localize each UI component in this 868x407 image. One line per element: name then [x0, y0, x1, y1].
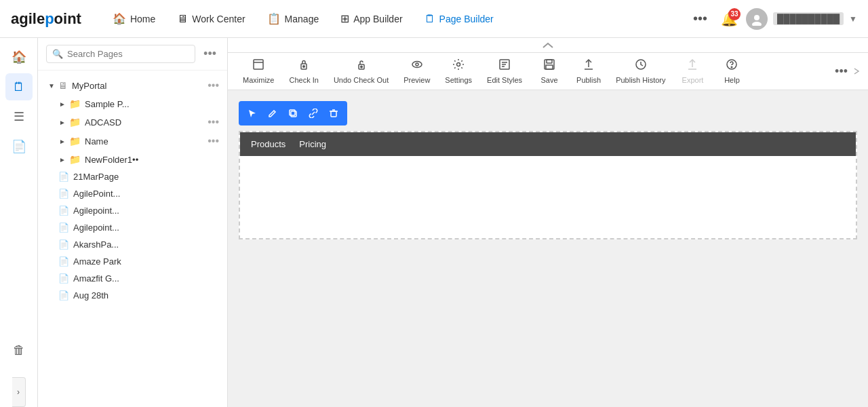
search-input[interactable] — [67, 49, 189, 59]
save-button[interactable]: Save — [530, 56, 568, 87]
folder-toggle-icon-1: ► — [57, 119, 68, 126]
folder-icon-3: 📁 — [69, 154, 81, 165]
folder-label-1: ADCASD — [85, 117, 205, 128]
svg-rect-25 — [331, 111, 336, 117]
svg-point-9 — [416, 63, 418, 66]
workcenter-nav-icon: 🖥 — [177, 13, 188, 25]
root-folder-icon: 🖥 — [58, 80, 68, 91]
svg-rect-2 — [254, 60, 263, 69]
svg-point-7 — [360, 66, 361, 67]
mini-link-button[interactable] — [304, 104, 323, 123]
sidebar-collapse-button[interactable]: › — [12, 377, 26, 407]
folder-toggle-icon-0: ► — [57, 100, 68, 108]
tree-page-4[interactable]: 📄 AkarshPa... — [38, 236, 227, 253]
tree-page-1[interactable]: 📄 AgilePoint... — [38, 185, 227, 202]
page-label-5: Amaze Park — [73, 256, 219, 267]
notification-button[interactable]: 🔔 33 — [721, 11, 738, 27]
tree-folder-name[interactable]: ► 📁 Name ••• — [38, 132, 227, 151]
nav-home-label: Home — [130, 14, 155, 24]
svg-point-22 — [732, 66, 733, 68]
help-icon — [726, 58, 738, 74]
nav-manage-label: Manage — [285, 14, 319, 24]
tree-page-3[interactable]: 📄 Agilepoint... — [38, 219, 227, 236]
nav-more-button[interactable]: ••• — [688, 8, 713, 29]
save-icon — [543, 58, 555, 74]
checkin-button[interactable]: Check In — [282, 56, 325, 87]
nav-pagebuilder[interactable]: 🗒 Page Builder — [415, 7, 503, 31]
nav-workcenter-label: Work Center — [192, 14, 245, 24]
user-name: ██████████ — [773, 12, 844, 25]
tree-root[interactable]: ▼ 🖥 MyPortal ••• — [38, 76, 227, 95]
page-label-0: 21MarPage — [73, 172, 219, 182]
nav-manage[interactable]: 📋 Manage — [258, 7, 329, 31]
user-dropdown-icon[interactable]: ▼ — [849, 14, 857, 24]
mini-edit-button[interactable] — [263, 104, 282, 123]
publishhistory-label: Publish History — [616, 76, 665, 84]
folder-icon-0: 📁 — [69, 98, 81, 109]
root-label: MyPortal — [72, 81, 205, 91]
nav-home[interactable]: 🏠 Home — [103, 7, 165, 31]
folder-label-3: NewFolder1•• — [85, 155, 219, 165]
home-nav-icon: 🏠 — [113, 12, 126, 25]
svg-rect-17 — [546, 65, 553, 69]
toolbar-collapse-button[interactable] — [228, 38, 868, 53]
tree-more-button[interactable]: ••• — [201, 45, 219, 62]
folder-label-0: Sample P... — [85, 99, 219, 109]
page-label-7: Aug 28th — [73, 290, 219, 301]
page-icon-1: 📄 — [58, 189, 69, 199]
nav-pagebuilder-label: Page Builder — [439, 14, 494, 24]
nav-appbuilder[interactable]: ⊞ App Builder — [331, 7, 412, 31]
nav-item-products[interactable]: Products — [251, 139, 285, 149]
search-box[interactable]: 🔍 — [46, 45, 195, 63]
tree-folder-sample[interactable]: ► 📁 Sample P... — [38, 95, 227, 113]
publish-button[interactable]: Publish — [570, 56, 608, 87]
nav-item-pricing[interactable]: Pricing — [299, 139, 326, 149]
sidebar-icon-doc[interactable]: 📄 — [5, 133, 33, 160]
sidebar-icon-list[interactable]: ☰ — [5, 103, 33, 130]
tree-page-7[interactable]: 📄 Aug 28th — [38, 287, 227, 304]
svg-point-10 — [457, 63, 460, 66]
nav-items: 🏠 Home 🖥 Work Center 📋 Manage ⊞ App Buil… — [103, 7, 682, 31]
preview-button[interactable]: Preview — [397, 56, 437, 87]
page-label-1: AgilePoint... — [73, 189, 219, 199]
appbuilder-nav-icon: ⊞ — [340, 12, 349, 25]
mini-pointer-button[interactable] — [243, 104, 262, 123]
tree-folder-adcasd[interactable]: ► 📁 ADCASD ••• — [38, 113, 227, 132]
undocheckout-button[interactable]: Undo Check Out — [327, 56, 395, 87]
page-canvas[interactable]: Products Pricing — [239, 131, 857, 239]
save-label: Save — [541, 76, 558, 84]
toolbar-more-button[interactable]: ••• — [832, 62, 850, 81]
maximize-button[interactable]: Maximize — [236, 56, 281, 87]
folder-more-icon-1[interactable]: ••• — [208, 116, 219, 128]
sidebar-icon-pages[interactable]: 🗒 — [5, 73, 33, 100]
sidebar-icon-home[interactable]: 🏠 — [5, 43, 33, 71]
sidebar-icon-trash[interactable]: 🗑 — [5, 336, 33, 364]
svg-point-8 — [412, 62, 422, 68]
svg-point-1 — [752, 22, 762, 26]
mini-delete-button[interactable] — [324, 104, 343, 123]
left-sidebar: 🏠 🗒 ☰ 📄 🗑 › — [0, 38, 38, 407]
user-area[interactable]: ██████████ ▼ — [746, 8, 857, 30]
settings-button[interactable]: Settings — [438, 56, 479, 87]
checkin-icon — [298, 58, 310, 74]
undocheckout-label: Undo Check Out — [334, 76, 389, 84]
tree-page-6[interactable]: 📄 Amazfit G... — [38, 270, 227, 287]
nav-bar-preview: Products Pricing — [240, 132, 856, 156]
mini-copy-button[interactable] — [283, 104, 302, 123]
editstyles-button[interactable]: Edit Styles — [480, 56, 529, 87]
tree-folder-newfolder[interactable]: ► 📁 NewFolder1•• — [38, 151, 227, 168]
settings-label: Settings — [445, 76, 472, 84]
folder-more-icon-2[interactable]: ••• — [208, 135, 219, 147]
tree-page-5[interactable]: 📄 Amaze Park — [38, 253, 227, 270]
publishhistory-button[interactable]: Publish History — [609, 56, 672, 87]
checkin-label: Check In — [289, 76, 318, 84]
folder-toggle-icon-3: ► — [57, 156, 68, 163]
toolbar-expand-icon[interactable] — [853, 66, 860, 77]
page-icon-2: 📄 — [58, 206, 69, 216]
tree-page-0[interactable]: 📄 21MarPage — [38, 168, 227, 185]
tree-page-2[interactable]: 📄 Agilepoint... — [38, 202, 227, 219]
preview-icon — [411, 58, 423, 74]
help-button[interactable]: Help — [713, 56, 751, 87]
root-more-icon[interactable]: ••• — [208, 79, 219, 92]
nav-workcenter[interactable]: 🖥 Work Center — [167, 7, 254, 31]
